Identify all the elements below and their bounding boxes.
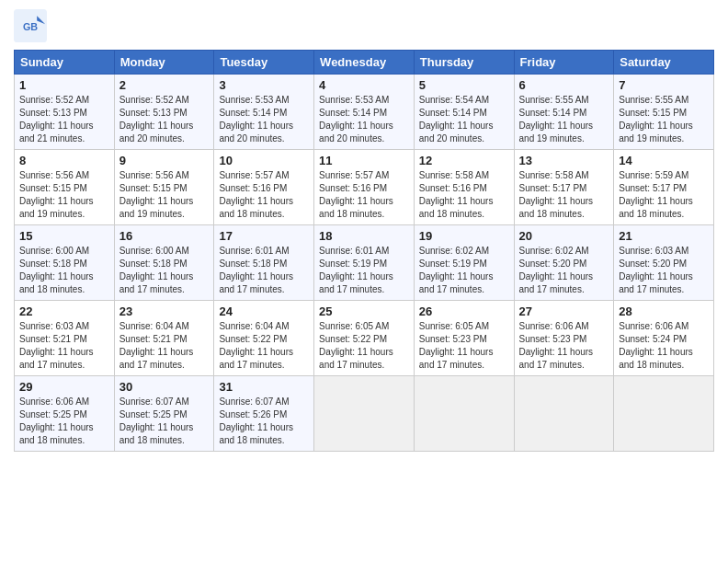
calendar-cell: 17Sunrise: 6:01 AM Sunset: 5:18 PM Dayli… xyxy=(214,225,314,301)
calendar-cell: 23Sunrise: 6:04 AM Sunset: 5:21 PM Dayli… xyxy=(114,301,214,376)
calendar-header-row: SundayMondayTuesdayWednesdayThursdayFrid… xyxy=(15,51,714,75)
day-number: 9 xyxy=(119,154,210,167)
logo: GB xyxy=(14,9,51,42)
day-info: Sunrise: 6:03 AM Sunset: 5:21 PM Dayligh… xyxy=(19,320,109,372)
calendar-week-4: 22Sunrise: 6:03 AM Sunset: 5:21 PM Dayli… xyxy=(15,301,714,376)
day-info: Sunrise: 6:07 AM Sunset: 5:26 PM Dayligh… xyxy=(219,396,309,447)
day-info: Sunrise: 5:56 AM Sunset: 5:15 PM Dayligh… xyxy=(19,169,109,221)
svg-text:GB: GB xyxy=(23,21,38,32)
day-number: 16 xyxy=(119,229,210,243)
day-number: 6 xyxy=(519,78,609,92)
day-info: Sunrise: 6:00 AM Sunset: 5:18 PM Dayligh… xyxy=(119,245,210,296)
calendar-cell: 26Sunrise: 6:05 AM Sunset: 5:23 PM Dayli… xyxy=(414,301,514,376)
calendar-header-friday: Friday xyxy=(514,51,614,75)
day-info: Sunrise: 6:02 AM Sunset: 5:20 PM Dayligh… xyxy=(519,245,609,296)
calendar-cell: 27Sunrise: 6:06 AM Sunset: 5:23 PM Dayli… xyxy=(514,301,614,376)
day-number: 30 xyxy=(119,380,210,394)
day-number: 7 xyxy=(619,78,709,92)
day-number: 2 xyxy=(119,78,210,92)
calendar-cell: 11Sunrise: 5:57 AM Sunset: 5:16 PM Dayli… xyxy=(314,150,415,225)
day-number: 28 xyxy=(619,304,709,318)
calendar-cell: 19Sunrise: 6:02 AM Sunset: 5:19 PM Dayli… xyxy=(414,225,514,301)
day-info: Sunrise: 5:58 AM Sunset: 5:17 PM Dayligh… xyxy=(519,169,609,221)
calendar-cell: 4Sunrise: 5:53 AM Sunset: 5:14 PM Daylig… xyxy=(314,75,415,150)
calendar-cell: 25Sunrise: 6:05 AM Sunset: 5:22 PM Dayli… xyxy=(314,301,415,376)
day-info: Sunrise: 5:55 AM Sunset: 5:15 PM Dayligh… xyxy=(619,94,709,145)
day-info: Sunrise: 5:59 AM Sunset: 5:17 PM Dayligh… xyxy=(619,169,709,221)
calendar-cell: 12Sunrise: 5:58 AM Sunset: 5:16 PM Dayli… xyxy=(414,150,514,225)
calendar-table: SundayMondayTuesdayWednesdayThursdayFrid… xyxy=(14,50,714,452)
day-number: 25 xyxy=(319,304,409,318)
day-number: 31 xyxy=(219,380,309,394)
day-info: Sunrise: 6:04 AM Sunset: 5:22 PM Dayligh… xyxy=(219,320,309,372)
calendar-header-wednesday: Wednesday xyxy=(314,51,415,75)
calendar-cell: 1Sunrise: 5:52 AM Sunset: 5:13 PM Daylig… xyxy=(15,75,115,150)
calendar-cell: 2Sunrise: 5:52 AM Sunset: 5:13 PM Daylig… xyxy=(114,75,214,150)
day-info: Sunrise: 5:58 AM Sunset: 5:16 PM Dayligh… xyxy=(419,169,509,221)
day-number: 15 xyxy=(19,229,109,243)
day-info: Sunrise: 5:52 AM Sunset: 5:13 PM Dayligh… xyxy=(119,94,210,145)
day-number: 5 xyxy=(419,78,509,92)
day-number: 1 xyxy=(19,78,109,92)
calendar-cell: 8Sunrise: 5:56 AM Sunset: 5:15 PM Daylig… xyxy=(15,150,115,225)
calendar-week-5: 29Sunrise: 6:06 AM Sunset: 5:25 PM Dayli… xyxy=(15,376,714,452)
day-number: 27 xyxy=(519,304,609,318)
day-info: Sunrise: 6:06 AM Sunset: 5:23 PM Dayligh… xyxy=(519,320,609,372)
logo-icon: GB xyxy=(14,9,47,42)
day-number: 19 xyxy=(419,229,509,243)
calendar-cell: 5Sunrise: 5:54 AM Sunset: 5:14 PM Daylig… xyxy=(414,75,514,150)
day-number: 18 xyxy=(319,229,409,243)
calendar-cell: 28Sunrise: 6:06 AM Sunset: 5:24 PM Dayli… xyxy=(614,301,714,376)
day-info: Sunrise: 5:55 AM Sunset: 5:14 PM Dayligh… xyxy=(519,94,609,145)
calendar-header-tuesday: Tuesday xyxy=(214,51,314,75)
day-info: Sunrise: 5:57 AM Sunset: 5:16 PM Dayligh… xyxy=(319,169,409,221)
day-info: Sunrise: 6:01 AM Sunset: 5:18 PM Dayligh… xyxy=(219,245,309,296)
day-info: Sunrise: 6:01 AM Sunset: 5:19 PM Dayligh… xyxy=(319,245,409,296)
calendar-cell: 20Sunrise: 6:02 AM Sunset: 5:20 PM Dayli… xyxy=(514,225,614,301)
day-info: Sunrise: 6:04 AM Sunset: 5:21 PM Dayligh… xyxy=(119,320,210,372)
calendar-header-thursday: Thursday xyxy=(414,51,514,75)
calendar-cell: 29Sunrise: 6:06 AM Sunset: 5:25 PM Dayli… xyxy=(15,376,115,452)
calendar-cell: 6Sunrise: 5:55 AM Sunset: 5:14 PM Daylig… xyxy=(514,75,614,150)
calendar-cell: 31Sunrise: 6:07 AM Sunset: 5:26 PM Dayli… xyxy=(214,376,314,452)
day-info: Sunrise: 6:02 AM Sunset: 5:19 PM Dayligh… xyxy=(419,245,509,296)
page-header: GB xyxy=(14,9,714,42)
day-info: Sunrise: 6:03 AM Sunset: 5:20 PM Dayligh… xyxy=(619,245,709,296)
calendar-cell: 13Sunrise: 5:58 AM Sunset: 5:17 PM Dayli… xyxy=(514,150,614,225)
day-number: 26 xyxy=(419,304,509,318)
day-number: 21 xyxy=(619,229,709,243)
calendar-cell xyxy=(414,376,514,452)
calendar-week-3: 15Sunrise: 6:00 AM Sunset: 5:18 PM Dayli… xyxy=(15,225,714,301)
day-number: 14 xyxy=(619,154,709,167)
day-info: Sunrise: 5:57 AM Sunset: 5:16 PM Dayligh… xyxy=(219,169,309,221)
calendar-week-1: 1Sunrise: 5:52 AM Sunset: 5:13 PM Daylig… xyxy=(15,75,714,150)
calendar-cell: 22Sunrise: 6:03 AM Sunset: 5:21 PM Dayli… xyxy=(15,301,115,376)
calendar-header-saturday: Saturday xyxy=(614,51,714,75)
day-info: Sunrise: 5:54 AM Sunset: 5:14 PM Dayligh… xyxy=(419,94,509,145)
calendar-cell: 7Sunrise: 5:55 AM Sunset: 5:15 PM Daylig… xyxy=(614,75,714,150)
day-number: 17 xyxy=(219,229,309,243)
calendar-cell: 14Sunrise: 5:59 AM Sunset: 5:17 PM Dayli… xyxy=(614,150,714,225)
day-number: 12 xyxy=(419,154,509,167)
calendar-cell: 9Sunrise: 5:56 AM Sunset: 5:15 PM Daylig… xyxy=(114,150,214,225)
day-number: 22 xyxy=(19,304,109,318)
day-number: 4 xyxy=(319,78,409,92)
calendar-cell: 24Sunrise: 6:04 AM Sunset: 5:22 PM Dayli… xyxy=(214,301,314,376)
day-number: 29 xyxy=(19,380,109,394)
day-number: 11 xyxy=(319,154,409,167)
day-number: 13 xyxy=(519,154,609,167)
calendar-cell: 21Sunrise: 6:03 AM Sunset: 5:20 PM Dayli… xyxy=(614,225,714,301)
calendar-week-2: 8Sunrise: 5:56 AM Sunset: 5:15 PM Daylig… xyxy=(15,150,714,225)
page-container: GB SundayMondayTuesdayWednesdayThursdayF… xyxy=(0,0,728,461)
day-number: 23 xyxy=(119,304,210,318)
day-number: 8 xyxy=(19,154,109,167)
calendar-cell xyxy=(614,376,714,452)
day-number: 20 xyxy=(519,229,609,243)
day-number: 24 xyxy=(219,304,309,318)
calendar-header-monday: Monday xyxy=(114,51,214,75)
calendar-header-sunday: Sunday xyxy=(15,51,115,75)
day-info: Sunrise: 6:06 AM Sunset: 5:24 PM Dayligh… xyxy=(619,320,709,372)
calendar-cell: 16Sunrise: 6:00 AM Sunset: 5:18 PM Dayli… xyxy=(114,225,214,301)
calendar-cell xyxy=(514,376,614,452)
day-info: Sunrise: 6:05 AM Sunset: 5:23 PM Dayligh… xyxy=(419,320,509,372)
